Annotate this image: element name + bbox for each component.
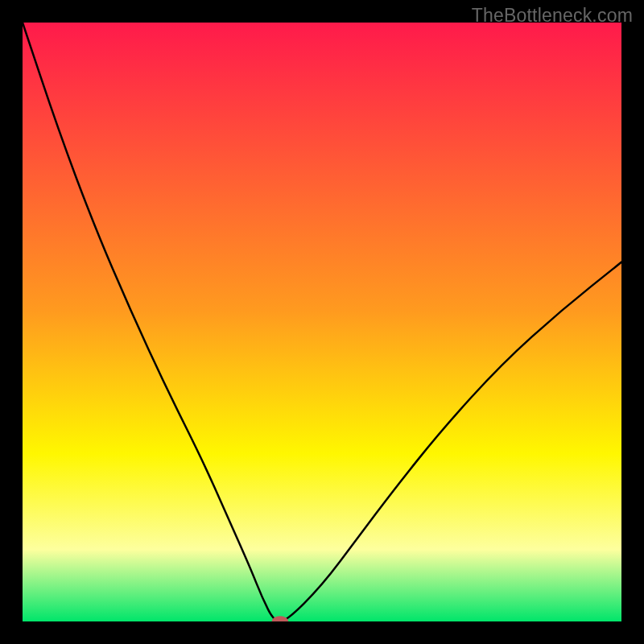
- chart-svg: [23, 23, 621, 621]
- watermark-text: TheBottleneck.com: [472, 5, 633, 27]
- chart-frame: TheBottleneck.com: [0, 0, 644, 644]
- plot-area: [23, 23, 621, 621]
- gradient-background: [23, 23, 621, 621]
